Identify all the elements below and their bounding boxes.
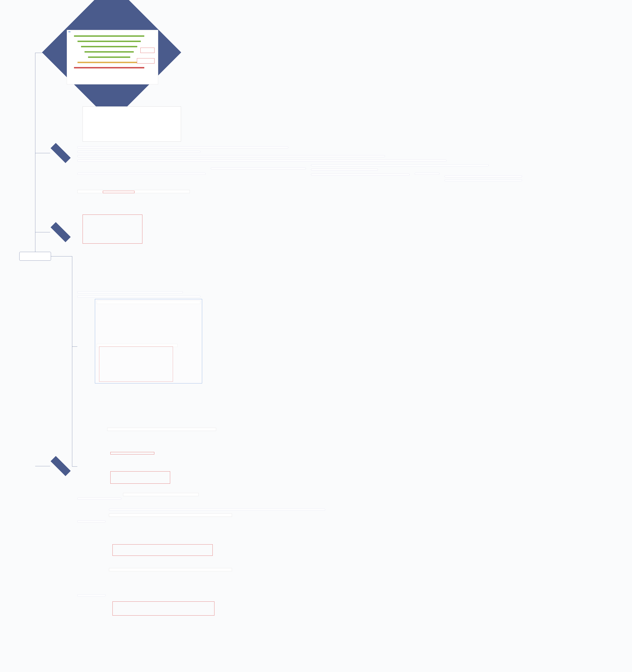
branch-basic-label [50, 147, 71, 159]
code-userdetails-impl [77, 190, 190, 193]
root-node [19, 252, 51, 261]
basic-leaf-0 [77, 146, 288, 148]
user-return [415, 173, 439, 175]
user-fields [445, 179, 522, 181]
basic-leaf-1 [77, 151, 200, 153]
red-frame-success [112, 544, 213, 556]
branch-basic [50, 147, 71, 159]
custom-auth-top [77, 173, 206, 175]
custom-success-intro [109, 509, 325, 510]
red-frame-fail [112, 601, 214, 616]
code-success-handler [109, 513, 232, 517]
code-login-html [123, 493, 199, 496]
configure-header [111, 389, 141, 391]
branch-custom-auth [50, 226, 71, 238]
right-leaf-0 [311, 164, 488, 166]
branch-personal [50, 460, 71, 472]
basic-flow-image [83, 106, 181, 142]
method-sig [211, 168, 306, 169]
custom-fail-label [77, 595, 105, 596]
login-intro-1 [77, 296, 200, 297]
custom-success-label [77, 521, 105, 522]
code-failure-handler [109, 568, 232, 571]
login-tag [68, 31, 71, 32]
red-frame-userdetails [83, 215, 142, 244]
branch-login-page-label [77, 345, 95, 346]
code-controller [107, 428, 216, 431]
red-frame-ctrl-2 [110, 452, 154, 454]
basic-leaf-3 [77, 160, 447, 162]
basic-leaf-2 [77, 155, 385, 157]
blue-frame-config [95, 299, 202, 383]
success-fail-label [77, 498, 121, 500]
top-diagram-image [67, 30, 158, 85]
branch-custom-auth-label [50, 226, 71, 238]
login-intro-0 [77, 291, 183, 293]
right-leaf-1 [311, 169, 378, 170]
red-frame-ctrl-1 [110, 471, 170, 484]
right-leaf-2 [311, 174, 409, 175]
user-class [445, 175, 522, 177]
branch-personal-label [50, 460, 71, 472]
